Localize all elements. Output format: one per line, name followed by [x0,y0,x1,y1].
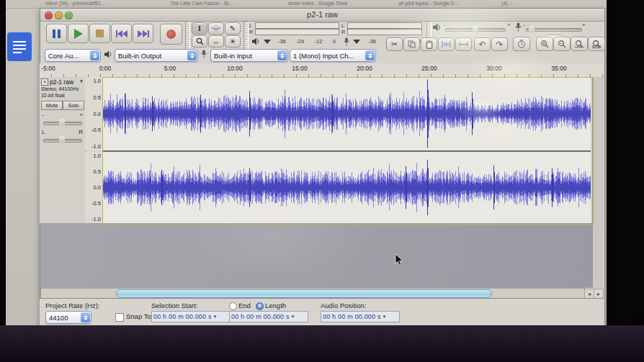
pause-button[interactable] [46,24,67,43]
zoom-in-button[interactable] [536,37,553,51]
field-dropdown-icon[interactable]: ▾ [292,314,295,320]
audio-position-field[interactable]: 00 h 00 m 00.000 s ▾ [321,311,400,322]
mixer-mic-icon [514,22,522,32]
vruler-label: -1.0 [91,143,101,150]
selection-length-field[interactable]: 00 h 00 m 00.000 s ▾ [229,311,308,322]
copy-button[interactable] [403,37,420,51]
multi-tool-button[interactable]: ✳ [225,35,241,47]
timeline-tick: 5:00 [164,65,176,72]
track-menu-arrow-icon[interactable]: ▼ [79,79,84,83]
toolbar-grabber[interactable] [243,22,249,50]
timeline-ruler[interactable]: -5:000:005:0010:0015:0020:0025:0030:0035… [40,63,604,78]
paste-button[interactable] [421,37,437,51]
stepper-arrows-icon [90,50,99,60]
desktop-dock-zone: 11CWPXOii/~ [0,325,644,362]
track-close-button[interactable]: × [41,78,48,86]
gain-slider-thumb[interactable] [59,118,65,125]
scroll-left-button[interactable]: ◂ [584,289,594,299]
browser-tab-misc[interactable]: (4) ... [501,1,513,6]
timeline-tick: 0:00 [99,65,112,72]
length-radio[interactable] [256,302,264,310]
scale-zero: 0 [333,38,336,45]
field-dropdown-icon[interactable]: ▾ [214,314,217,320]
vertical-ruler-channel-1[interactable]: 1.0 0.5 0.0 -0.5 -1.0 [85,77,103,150]
output-device-dropdown[interactable]: Built-in Output [115,49,198,62]
fit-project-icon [592,40,601,48]
playback-meter-dropdown-icon[interactable] [264,40,271,44]
snap-to-checkbox[interactable] [115,313,124,322]
playback-meter-right-bar[interactable] [255,29,339,35]
sync-lock-button[interactable] [513,37,530,51]
output-volume-thumb[interactable] [473,25,478,32]
vruler-label: -0.5 [91,127,101,133]
track-control-panel[interactable]: × p2-1 raw ▼ Stereo, 44100Hz 32-bit floa… [40,77,86,223]
fit-project-button[interactable] [588,37,605,51]
zoom-in-icon [540,40,549,48]
trim-button[interactable] [438,37,455,51]
horizontal-scroll-thumb[interactable] [116,289,492,298]
scroll-right-icon: ▸ [597,291,600,297]
zoom-tool-button[interactable] [192,35,207,47]
browser-tab-gmail[interactable]: Inbox (54) - primehubf52... [45,1,105,6]
channel-divider [103,150,591,152]
window-titlebar[interactable]: p2-1 raw [40,9,604,22]
vertical-scrollbar[interactable] [592,77,604,288]
record-icon [166,30,176,39]
gain-plus-label: + [79,112,83,118]
vruler-label: 1.0 [94,153,101,159]
toolbar-grabber[interactable] [185,22,190,50]
input-device-dropdown[interactable]: Built-in Input [210,49,288,62]
zoom-tool-icon [196,37,204,45]
envelope-tool-button[interactable] [208,22,224,35]
selection-start-field[interactable]: 00 h 00 m 00.000 s ▾ [151,311,231,322]
empty-track-area[interactable] [40,223,592,288]
rewind-button[interactable] [111,24,132,43]
vruler-label: 0.5 [94,94,101,101]
vertical-ruler-channel-2[interactable]: 1.0 0.5 0.0 -0.5 -1.0 [85,152,103,223]
audio-host-dropdown[interactable]: Core Au... [45,49,101,62]
recording-meter-dropdown-icon[interactable] [353,40,360,44]
field-dropdown-icon[interactable]: ▾ [383,314,386,320]
browser-tab-show-notes[interactable]: show notes - Google Drive [288,1,347,6]
waveform-channel-1[interactable] [103,77,591,150]
scroll-right-button[interactable]: ▸ [594,289,604,299]
end-radio[interactable] [229,302,237,310]
input-volume-thumb[interactable] [529,25,535,32]
input-channels-dropdown[interactable]: 1 (Mono) Input Ch... [290,49,376,62]
solo-button[interactable]: Solo [63,101,84,110]
playback-meter-speaker-button[interactable] [251,37,260,45]
background-hamburger-icon [7,32,32,61]
project-rate-dropdown[interactable]: 44100 [45,311,91,324]
envelope-tool-icon [211,25,221,32]
browser-tab-all-pilot-topics[interactable]: all pilot topics - Google D... [398,1,459,6]
draw-tool-button[interactable]: ✎ [225,22,241,35]
stop-button[interactable] [89,24,110,43]
play-button[interactable] [68,24,89,43]
playback-meter-left-bar[interactable] [255,22,339,29]
mute-button[interactable]: Mute [41,101,63,110]
pan-slider-thumb[interactable] [59,135,65,142]
playback-meter-left-label: L [249,23,254,28]
scale-minus36: -36 [368,38,376,45]
window-title: p2-1 raw [40,10,604,19]
waveform-channel-2[interactable] [103,152,591,223]
fit-selection-button[interactable] [571,37,588,51]
timeline-tick: 35:00 [551,65,566,72]
cut-button[interactable]: ✂ [386,37,403,51]
time-shift-tool-button[interactable]: ↔ [208,35,224,47]
recording-meter-left-bar[interactable] [347,22,422,29]
silence-button[interactable] [455,37,472,51]
recording-meter-mic-button[interactable] [343,37,350,46]
track-title[interactable]: p2-1 raw [50,78,73,86]
fast-forward-button[interactable] [133,24,153,43]
undo-icon: ↶ [478,40,486,50]
browser-tab-little-cam-falcon[interactable]: The Little Cam Falcon - St... [170,1,233,6]
undo-button[interactable]: ↶ [474,37,491,51]
timeline-tick: 15:00 [292,65,307,72]
selection-tool-button[interactable]: I [192,22,207,35]
record-button[interactable] [160,24,182,45]
silence-icon [459,40,468,48]
zoom-out-button[interactable] [553,37,571,51]
recording-meter-right-bar[interactable] [347,29,422,35]
redo-button[interactable]: ↷ [491,37,508,51]
